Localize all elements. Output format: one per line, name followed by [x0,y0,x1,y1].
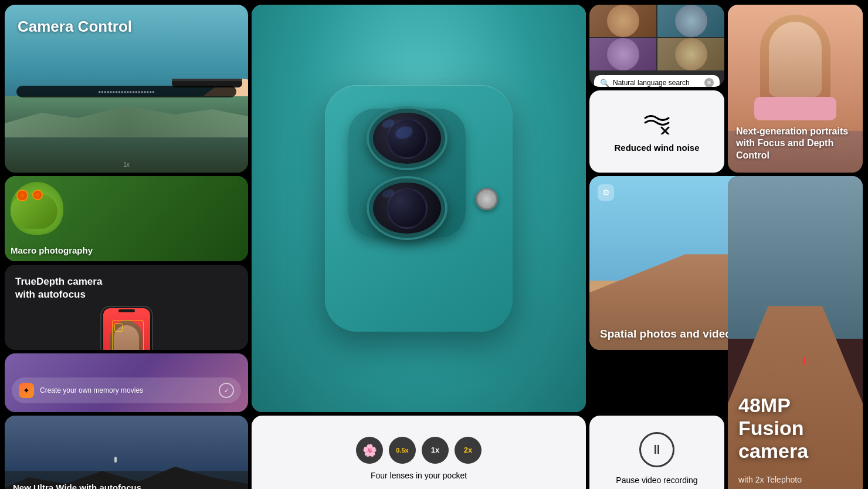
search-icon: 🔍 [600,79,609,87]
spatial-settings-icon[interactable]: ⚙ [598,184,614,201]
lens-buttons: 🌸 0.5x 1x 2x [356,437,482,464]
fusion-title-area: 48MPFusion camera [738,394,852,463]
four-lenses-label: Four lenses in your pocket [371,471,467,480]
iphone-body [325,85,513,332]
truedepth-tile: TrueDepth camerawith autofocus [5,265,248,350]
fusion-subtitle: with 2x Telephoto [738,475,802,484]
memory-input-text: Create your own memory movies [40,386,213,394]
flower-lens-btn[interactable]: 🌸 [356,437,383,464]
search-bar-area: 🔍 Natural language search ✕ [589,70,724,87]
pause-label: Pause video recording [616,475,697,485]
photos-grid [589,5,724,70]
svg-rect-2 [172,79,242,81]
two-x-lens-btn[interactable]: 2x [455,437,482,464]
fusion-tile: 48MPFusion camera with 2x Telephoto [728,176,863,489]
truedepth-text: TrueDepth camerawith autofocus [15,275,238,301]
photo-cell-4 [657,38,724,70]
wind-noise-icon [642,111,672,138]
primary-lens [369,109,445,168]
secondary-lens [369,178,445,238]
macro-tile: Macro photography [5,176,248,261]
search-bar[interactable]: 🔍 Natural language search ✕ [594,75,720,87]
portraits-label: Next-generation portraits with Focus and… [736,126,855,162]
photo-cell-3 [589,38,656,70]
pause-icon: ⏸ [650,442,663,457]
camera-control-tile: Camera Control 1x ●●●●●●●●●●●●●●●●●●●● [5,5,248,173]
ultrawide-tile: New Ultra Wide with autofocus [5,416,248,489]
search-text: Natural language search [613,79,701,87]
fusion-title: 48MPFusion camera [738,394,852,463]
search-clear-icon[interactable]: ✕ [704,78,714,87]
flash-button [476,188,498,210]
memory-check-icon: ✓ [219,383,234,398]
portraits-tile: Next-generation portraits with Focus and… [728,5,863,173]
pause-tile: ⏸ Pause video recording [589,416,724,489]
search-tile: 🔍 Natural language search ✕ [589,5,724,87]
ultrawide-label: New Ultra Wide with autofocus [13,483,141,489]
one-x-lens-btn[interactable]: 1x [422,437,449,464]
photo-cell-1 [589,5,656,37]
wind-noise-tile: Reduced wind noise [589,90,724,173]
wind-noise-text: Reduced wind noise [614,143,699,153]
macro-label: Macro photography [11,245,93,255]
memory-input-bar[interactable]: ✦ Create your own memory movies ✓ [12,377,241,403]
spatial-label: Spatial photos and videos [600,328,738,340]
iphone-camera-tile [252,5,586,412]
memory-app-icon: ✦ [19,383,34,398]
camera-control-label: Camera Control [18,18,132,36]
four-lenses-tile: 🌸 0.5x 1x 2x Four lenses in your pocket [252,416,586,489]
half-x-lens-btn[interactable]: 0.5x [389,437,416,464]
photo-cell-2 [657,5,724,37]
pause-button[interactable]: ⏸ [639,432,674,467]
ultrawide-bg [5,416,248,489]
memory-tile: ✦ Create your own memory movies ✓ [5,353,248,412]
